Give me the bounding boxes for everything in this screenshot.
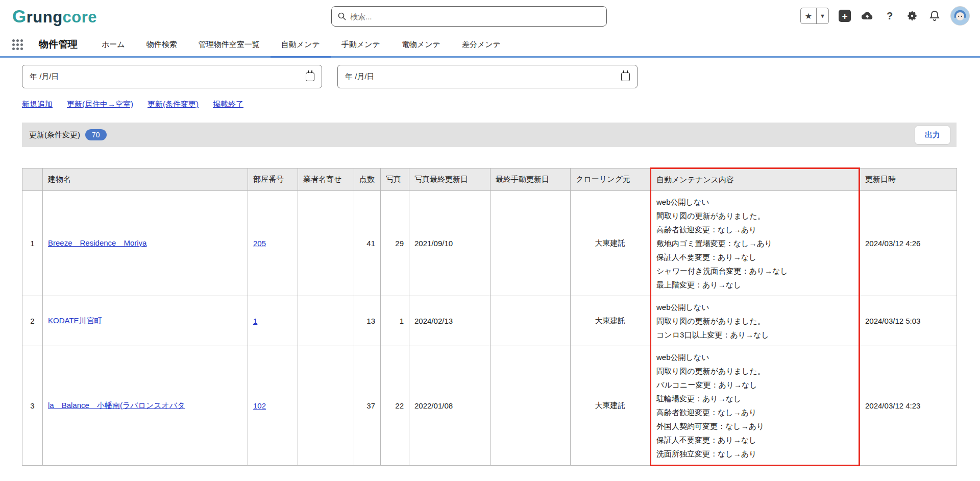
table-row: 2KODATE川宮町11312024/02/13大東建託web公開しない間取り図… [22, 296, 957, 346]
app-launcher-icon[interactable] [12, 39, 30, 50]
summary-bar: 更新(条件変更) 70 出力 [22, 123, 957, 147]
crawl-source-cell: 大東建託 [571, 346, 651, 466]
crawl-source-cell: 大東建託 [571, 191, 651, 296]
maintenance-line: コンロ3口以上変更：あり→なし [656, 328, 853, 342]
tab-2[interactable]: 物件検索 [136, 33, 188, 58]
search-input[interactable] [350, 12, 600, 21]
results-table: 建物名部屋番号業者名寄せ点数写真写真最終更新日最終手動更新日クローリング元自動メ… [22, 167, 957, 466]
column-header: 業者名寄せ [298, 169, 354, 191]
help-button[interactable]: ? [883, 9, 896, 22]
photos-cell: 22 [381, 346, 409, 466]
global-search[interactable] [331, 6, 607, 27]
column-header: 最終手動更新日 [491, 169, 571, 191]
photos-cell: 1 [381, 296, 409, 346]
calendar-icon[interactable] [621, 73, 630, 81]
count-badge: 70 [85, 129, 107, 140]
column-header: 自動メンテナンス内容 [651, 169, 860, 191]
tab-6[interactable]: 電物メンテ [391, 33, 451, 58]
action-link-2[interactable]: 更新(居住中→空室) [67, 100, 133, 109]
building-link[interactable]: Breeze Residence Moriya [48, 238, 146, 247]
room-link[interactable]: 205 [253, 239, 266, 248]
room-link[interactable]: 1 [253, 317, 257, 325]
room-cell: 102 [248, 346, 298, 466]
manual-updated-cell [491, 346, 571, 466]
date-to-input[interactable]: 年 /月/日 [337, 65, 638, 88]
maintenance-cell: web公開しない間取り図の更新がありました。コンロ3口以上変更：あり→なし [651, 296, 860, 346]
user-avatar[interactable] [950, 6, 970, 26]
photos-cell: 29 [381, 191, 409, 296]
row-number: 2 [22, 296, 43, 346]
column-header: 更新日時 [860, 169, 957, 191]
photo-updated-cell: 2021/09/10 [409, 191, 491, 296]
vendor-cell [298, 191, 354, 296]
export-button[interactable]: 出力 [915, 126, 950, 145]
building-link[interactable]: la Balance 小幡南(ラバロンスオバタ [48, 401, 185, 410]
favorites-control[interactable]: ★ ▼ [800, 8, 829, 24]
add-button[interactable]: + [838, 9, 851, 22]
photo-updated-cell: 2024/02/13 [409, 296, 491, 346]
main-content: 年 /月/日 年 /月/日 新規追加更新(居住中→空室)更新(条件変更)掲載終了… [0, 65, 980, 466]
app-logo: Grungcore [12, 6, 97, 27]
room-cell: 1 [248, 296, 298, 346]
favorites-star-icon[interactable]: ★ [801, 11, 816, 21]
building-cell: KODATE川宮町 [43, 296, 248, 346]
action-link-1[interactable]: 新規追加 [22, 100, 53, 109]
room-cell: 205 [248, 191, 298, 296]
gear-icon [906, 10, 918, 21]
action-link-3[interactable]: 更新(条件変更) [148, 100, 199, 109]
vendor-cell [298, 296, 354, 346]
top-bar: Grungcore ★ ▼ + ? [0, 0, 980, 33]
updated-cell: 2024/03/12 5:03 [860, 296, 957, 346]
score-cell: 41 [354, 191, 381, 296]
maintenance-line: 最上階変更：あり→なし [656, 278, 853, 292]
photo-updated-cell: 2022/01/08 [409, 346, 491, 466]
settings-button[interactable] [905, 9, 919, 22]
avatar-image [951, 6, 969, 26]
building-cell: la Balance 小幡南(ラバロンスオバタ [43, 346, 248, 466]
page-title: 物件管理 [39, 38, 78, 51]
table-header-row: 建物名部屋番号業者名寄せ点数写真写真最終更新日最終手動更新日クローリング元自動メ… [22, 169, 957, 191]
logo-g: G [12, 6, 27, 26]
tab-3[interactable]: 管理物件空室一覧 [188, 33, 271, 58]
column-header: 写真最終更新日 [409, 169, 491, 191]
tab-4[interactable]: 自動メンテ [271, 33, 331, 58]
column-header: クローリング元 [571, 169, 651, 191]
maintenance-line: 間取り図の更新がありました。 [656, 314, 853, 328]
row-number: 3 [22, 346, 43, 466]
bell-icon [929, 10, 940, 21]
maintenance-cell: web公開しない間取り図の更新がありました。高齢者歓迎変更：なし→あり敷地内ゴミ… [651, 191, 860, 296]
column-header: 点数 [354, 169, 381, 191]
date-to-placeholder: 年 /月/日 [345, 72, 375, 82]
nav-tabs: ホーム物件検索管理物件空室一覧自動メンテ手動メンテ電物メンテ差分メンテ [91, 33, 511, 56]
date-from-placeholder: 年 /月/日 [30, 72, 59, 82]
score-cell: 37 [354, 346, 381, 466]
building-link[interactable]: KODATE川宮町 [48, 316, 102, 325]
maintenance-line: 保証人不要変更：あり→なし [656, 250, 853, 264]
maintenance-line: web公開しない [656, 300, 853, 314]
column-header: 写真 [381, 169, 409, 191]
maintenance-line: 敷地内ゴミ置場変更：なし→あり [656, 236, 853, 250]
action-links: 新規追加更新(居住中→空室)更新(条件変更)掲載終了 [22, 100, 957, 109]
caret-down-icon[interactable]: ▼ [817, 13, 828, 19]
main-nav: 物件管理 ホーム物件検索管理物件空室一覧自動メンテ手動メンテ電物メンテ差分メンテ [0, 33, 980, 58]
score-cell: 13 [354, 296, 381, 346]
maintenance-line: 高齢者歓迎変更：なし→あり [656, 223, 853, 236]
notifications-button[interactable] [928, 9, 941, 22]
maintenance-line: 外国人契約可変更：なし→あり [656, 419, 853, 433]
updated-cell: 2024/03/12 4:23 [860, 346, 957, 466]
tab-5[interactable]: 手動メンテ [331, 33, 391, 58]
room-link[interactable]: 102 [253, 401, 266, 410]
tab-1[interactable]: ホーム [91, 33, 136, 58]
cloud-upload-button[interactable] [861, 9, 874, 22]
calendar-icon[interactable] [306, 73, 314, 81]
maintenance-line: 間取り図の更新がありました。 [656, 364, 853, 378]
date-filter-row: 年 /月/日 年 /月/日 [22, 65, 957, 88]
table-row: 1Breeze Residence Moriya20541292021/09/1… [22, 191, 957, 296]
action-link-4[interactable]: 掲載終了 [213, 100, 243, 109]
tab-7[interactable]: 差分メンテ [451, 33, 511, 58]
date-from-input[interactable]: 年 /月/日 [22, 65, 322, 88]
updated-cell: 2024/03/12 4:26 [860, 191, 957, 296]
manual-updated-cell [491, 191, 571, 296]
cloud-upload-icon [861, 11, 874, 21]
manual-updated-cell [491, 296, 571, 346]
